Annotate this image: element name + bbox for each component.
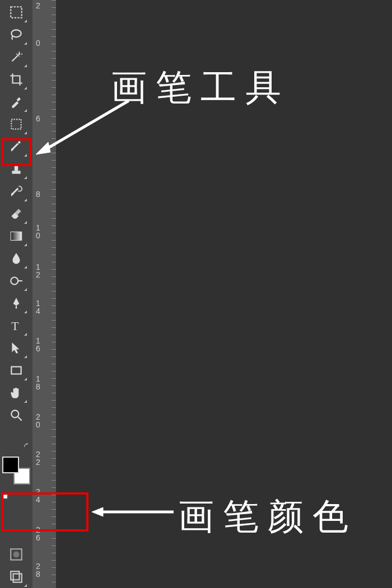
shape-tool[interactable] [4, 359, 28, 382]
svg-rect-4 [11, 119, 21, 129]
blur-tool[interactable] [4, 247, 28, 270]
svg-text:T: T [11, 319, 18, 333]
svg-line-23 [44, 101, 129, 150]
type-tool[interactable]: T [4, 314, 28, 337]
type-icon: T [9, 318, 24, 333]
clone-stamp-icon [9, 162, 24, 176]
marquee-icon [9, 5, 24, 20]
svg-rect-11 [17, 280, 22, 281]
svg-rect-14 [11, 367, 21, 374]
crop-tool[interactable] [4, 68, 28, 91]
svg-marker-26 [92, 507, 103, 516]
svg-point-5 [18, 141, 20, 143]
screen-mode-tool[interactable] [4, 566, 28, 588]
svg-rect-12 [16, 305, 17, 308]
dodge-tool[interactable] [4, 270, 28, 292]
quick-mask-icon [9, 547, 24, 562]
foreground-color-swatch[interactable] [2, 457, 19, 473]
svg-rect-7 [15, 166, 18, 171]
ruler-mark: 8 [36, 190, 40, 198]
arrow-brush-tool [34, 96, 132, 158]
magic-wand-icon [9, 50, 24, 64]
ruler-mark: 1 0 [36, 224, 40, 239]
rectangle-icon [9, 363, 24, 378]
dodge-icon [9, 274, 24, 288]
ruler-mark: 2 [36, 2, 40, 10]
ruler-mark: 2 6 [36, 526, 40, 542]
svg-line-16 [18, 417, 22, 421]
zoom-icon [9, 408, 24, 422]
svg-marker-24 [36, 142, 50, 154]
ruler-mark: 0 [36, 39, 40, 47]
ruler-mark: 1 2 [36, 263, 40, 279]
swap-colors-icon[interactable] [2, 449, 30, 457]
arrow-cursor-icon [9, 341, 24, 355]
eraser-tool[interactable] [4, 203, 28, 225]
ruler-mark: 2 0 [36, 413, 40, 429]
ruler-mark: 2 8 [36, 562, 40, 578]
eraser-icon [9, 206, 24, 221]
color-swatches[interactable] [2, 457, 30, 484]
patch-tool[interactable] [4, 113, 28, 135]
path-selection-tool[interactable] [4, 337, 28, 359]
pen-icon [9, 296, 24, 311]
ruler-mark: 1 6 [36, 337, 40, 352]
svg-rect-6 [12, 171, 20, 173]
ruler-mark: 1 4 [36, 299, 40, 315]
eyedropper-icon [9, 95, 24, 109]
default-colors-icon[interactable] [2, 484, 30, 492]
arrow-brush-color [91, 504, 175, 520]
svg-rect-3 [17, 97, 21, 102]
ruler-mark: 2 2 [36, 450, 40, 466]
svg-point-20 [13, 552, 20, 558]
svg-point-15 [11, 410, 18, 417]
svg-rect-21 [11, 571, 19, 580]
bottom-tools [0, 543, 32, 588]
svg-rect-0 [11, 7, 22, 18]
pen-tool[interactable] [4, 292, 28, 314]
history-brush-icon [9, 184, 24, 199]
svg-rect-8 [13, 164, 20, 166]
vertical-ruler: 20681 01 21 41 61 82 02 22 42 62 8 [32, 0, 56, 588]
tools-panel: T [0, 0, 32, 588]
svg-rect-18 [3, 495, 7, 498]
annotation-brush-tool-label: 画笔工具 [111, 63, 290, 112]
marquee-tool[interactable] [4, 1, 28, 23]
quick-mask-tool[interactable] [4, 543, 28, 566]
eyedropper-tool[interactable] [4, 91, 28, 113]
ruler-mark: 1 8 [36, 375, 40, 391]
gradient-tool[interactable] [4, 225, 28, 247]
screen-mode-icon [9, 570, 24, 584]
svg-rect-22 [13, 574, 22, 582]
patch-icon [9, 117, 24, 131]
crop-icon [9, 72, 24, 87]
hand-icon [9, 385, 24, 400]
annotation-brush-color-label: 画笔颜色 [178, 492, 357, 541]
clone-stamp-tool[interactable] [4, 158, 28, 180]
magic-wand-tool[interactable] [4, 46, 28, 68]
svg-rect-9 [11, 232, 22, 240]
svg-point-10 [11, 277, 18, 285]
ruler-mark: 2 4 [36, 488, 40, 504]
zoom-tool[interactable] [4, 404, 28, 426]
hand-tool[interactable] [4, 382, 28, 404]
brush-tool[interactable] [4, 135, 28, 158]
blur-icon [9, 251, 24, 266]
gradient-icon [9, 229, 24, 243]
lasso-icon [9, 27, 24, 42]
lasso-tool[interactable] [4, 23, 28, 46]
history-brush-tool[interactable] [4, 180, 28, 203]
brush-icon [9, 139, 24, 154]
